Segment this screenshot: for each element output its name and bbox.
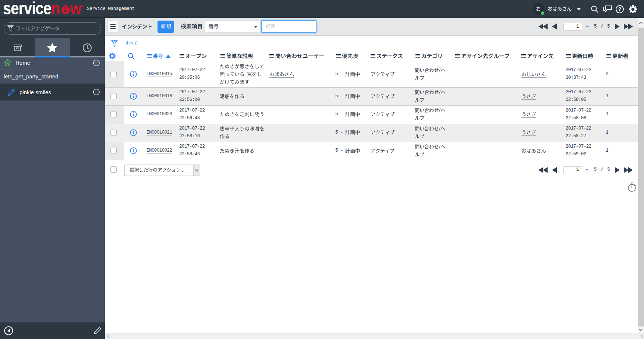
svg-text:?: ? bbox=[618, 6, 621, 12]
